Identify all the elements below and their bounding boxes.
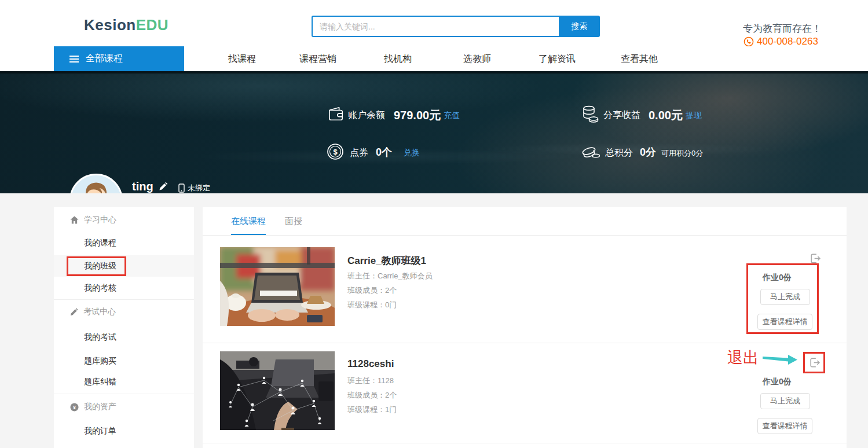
sidebar-item-my-orders[interactable]: 我的订单: [84, 426, 116, 436]
avatar-illustration: [71, 175, 121, 193]
total-points-label: 总积分: [605, 147, 633, 159]
user-banner: ting 未绑定 普通会员 签到 | 签到记录 账户余额 979.00元 充值: [0, 71, 868, 193]
logo-edu: EDU: [136, 16, 169, 34]
sidebar-item-question-bank-purchase[interactable]: 题库购买: [84, 356, 116, 366]
logo-kesion: Kesion: [84, 16, 136, 34]
class-thumbnail-cafe[interactable]: [220, 247, 335, 326]
sidebar-item-my-courses[interactable]: 我的课程: [84, 238, 116, 248]
main-nav: 全部课程 找课程 课程营销 找机构 选教师 了解资讯 查看其他: [0, 46, 868, 71]
bind-status-label: 未绑定: [188, 183, 210, 193]
yuan-coin-icon: ¥: [70, 403, 79, 412]
card-divider: [203, 343, 847, 343]
class-title[interactable]: Carrie_教师班级1: [347, 254, 426, 267]
coupon-label: 点券: [350, 147, 368, 159]
search-button[interactable]: 搜索: [559, 16, 600, 37]
all-courses-label: 全部课程: [86, 53, 123, 65]
sidebar-item-question-bank-errors[interactable]: 题库纠错: [84, 377, 116, 387]
class-members: 班级成员：2个: [347, 390, 397, 401]
tab-in-person[interactable]: 面授: [285, 207, 302, 235]
nav-item-news[interactable]: 了解资讯: [539, 46, 576, 71]
edit-username-icon[interactable]: [159, 182, 168, 191]
username: ting: [132, 180, 153, 193]
sidebar-item-my-exams[interactable]: 我的考试: [84, 332, 116, 343]
homework-count: 作业0份: [763, 273, 792, 283]
phone-bind-status[interactable]: 未绑定: [178, 183, 210, 193]
class-members: 班级成员：2个: [347, 285, 397, 296]
view-course-detail-button[interactable]: 查看课程详情: [757, 314, 812, 330]
withdraw-link[interactable]: 提现: [686, 111, 702, 121]
annotation-exit-label: 退出: [727, 347, 759, 368]
hamburger-icon: [69, 56, 79, 63]
card-divider: [203, 443, 847, 443]
nav-item-choose-teachers[interactable]: 选教师: [463, 46, 491, 71]
nav-item-find-courses[interactable]: 找课程: [228, 46, 256, 71]
class-teacher: 班主任：1128: [347, 376, 394, 386]
class-thumbnail-network[interactable]: [220, 351, 335, 430]
share-income-label: 分享收益: [603, 109, 640, 122]
phone-icon: [744, 36, 754, 47]
total-points-value: 0分: [640, 145, 656, 159]
complete-now-button[interactable]: 马上完成: [760, 289, 810, 305]
logo[interactable]: KesionEDU: [84, 16, 169, 34]
available-points: 可用积分0分: [661, 148, 703, 159]
coins-stack-icon: [581, 105, 599, 123]
sidebar-section-title: 学习中心: [84, 215, 116, 225]
exchange-link[interactable]: 兑换: [404, 148, 420, 158]
class-courses: 班级课程：0门: [347, 300, 397, 310]
points-coins-icon: [581, 144, 600, 160]
nav-item-others[interactable]: 查看其他: [621, 46, 658, 71]
balance-value: 979.00元: [394, 108, 441, 123]
mobile-icon: [178, 183, 185, 193]
sidebar: 学习中心 我的课程 我的班级 我的考核 考试中心 我的考试 题库购买 题库纠错 …: [54, 207, 194, 448]
recharge-link[interactable]: 充值: [444, 111, 460, 121]
view-course-detail-button[interactable]: 查看课程详情: [757, 418, 812, 434]
sidebar-section-exam-center: 考试中心: [70, 307, 116, 317]
pencil-icon: [70, 308, 78, 316]
nav-item-course-marketing[interactable]: 课程营销: [299, 46, 336, 71]
search-box: 搜索: [312, 16, 600, 37]
exit-class-icon[interactable]: [808, 357, 821, 369]
nav-item-find-institutions[interactable]: 找机构: [384, 46, 412, 71]
exit-class-icon[interactable]: [809, 252, 822, 265]
svg-text:$: $: [333, 148, 338, 156]
sidebar-section-learning-center: 学习中心: [70, 215, 116, 225]
complete-now-button[interactable]: 马上完成: [760, 393, 810, 409]
sidebar-divider: [54, 299, 194, 300]
service-phone: 400-008-0263: [744, 36, 818, 47]
annotation-arrow-icon: [763, 352, 801, 366]
sidebar-section-my-assets: ¥ 我的资产: [70, 402, 116, 412]
svg-text:¥: ¥: [73, 404, 76, 410]
home-icon: [70, 216, 79, 224]
wallet-icon: [327, 106, 345, 122]
classes-panel: 在线课程 面授: [203, 207, 847, 448]
sidebar-section-title: 考试中心: [83, 307, 116, 317]
coin-dollar-icon: $: [327, 143, 344, 160]
sidebar-item-my-classes[interactable]: 我的班级: [84, 261, 116, 271]
search-input[interactable]: [312, 16, 559, 37]
avatar[interactable]: [69, 174, 123, 193]
phone-number[interactable]: 400-008-0263: [757, 36, 818, 47]
class-teacher: 班主任：Carrie_教师会员: [347, 271, 433, 281]
page: KesionEDU 搜索 专为教育而存在！ 400-008-0263 全部课程 …: [0, 0, 868, 448]
tabs-divider: [203, 235, 847, 236]
class-courses: 班级课程：1门: [347, 405, 397, 415]
share-income-value: 0.00元: [649, 108, 683, 123]
sidebar-divider: [54, 394, 194, 394]
top-header: KesionEDU 搜索 专为教育而存在！ 400-008-0263: [0, 0, 868, 46]
balance-label: 账户余额: [348, 109, 385, 122]
class-title[interactable]: 1128ceshi: [347, 358, 394, 370]
tab-online-courses[interactable]: 在线课程: [231, 207, 266, 235]
homework-count: 作业0份: [763, 377, 792, 387]
sidebar-section-title: 我的资产: [84, 402, 116, 412]
coupon-value: 0个: [376, 145, 392, 159]
sidebar-active-row-bg: [54, 255, 194, 277]
all-courses-button[interactable]: 全部课程: [54, 46, 184, 71]
sidebar-item-my-assessment[interactable]: 我的考核: [84, 283, 116, 293]
slogan-text: 专为教育而存在！: [743, 22, 822, 35]
